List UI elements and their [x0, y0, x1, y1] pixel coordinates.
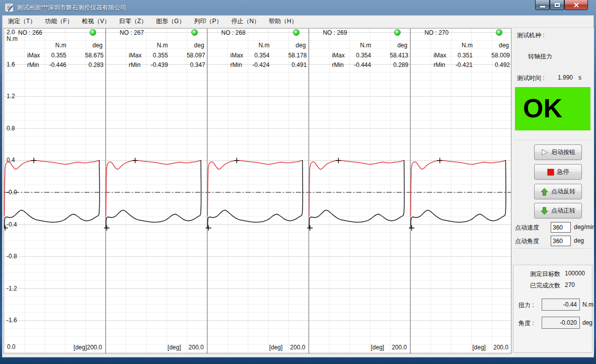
status-led	[394, 29, 401, 36]
imax-label: iMax	[231, 52, 243, 59]
rmin-nm-value: -0.421	[456, 61, 473, 68]
forward-torque-curve	[207, 160, 303, 216]
col-header-nm: N.m	[462, 42, 473, 49]
rmin-label: rMin	[27, 61, 39, 68]
menu-item-0[interactable]: 测定（T）	[4, 15, 40, 28]
imax-deg-value: 58.178	[288, 52, 307, 59]
rmin-nm-value: -0.439	[151, 61, 168, 68]
imax-marker	[234, 158, 240, 163]
y-tick: -0.4	[7, 221, 17, 229]
x-max-value: 200.0	[290, 344, 305, 351]
forward-torque-curve	[410, 160, 505, 216]
menu-item-3[interactable]: 归零（Z）	[115, 15, 152, 28]
rmin-label: rMin	[332, 61, 343, 68]
jog-reverse-button[interactable]: 点动反转	[534, 184, 582, 199]
col-header-nm: N.m	[258, 42, 269, 49]
imax-nm-value: 0.355	[153, 52, 168, 59]
angle-readout-label: 角度 :	[518, 319, 534, 328]
window-title: 测试画面***深圳市磐石测控仪器有限公司	[17, 4, 126, 12]
torque-curves-plot	[4, 29, 511, 354]
jog-speed-unit: deg/min	[574, 224, 594, 231]
start-button[interactable]: 启动按钮	[534, 144, 582, 160]
x-unit-label: [deg]	[269, 344, 283, 351]
x-max-label: [deg]200.0	[106, 343, 207, 351]
y-tick: 0.4	[7, 156, 15, 164]
forward-torque-curve	[106, 160, 201, 216]
reverse-torque-curve	[5, 160, 100, 228]
imax-marker	[31, 158, 37, 163]
menu-item-5[interactable]: 列印（P）	[189, 15, 227, 28]
imax-marker	[437, 158, 442, 163]
rmin-deg-value: 0.347	[190, 61, 205, 68]
emergency-stop-label: 急停	[557, 168, 569, 176]
x-unit-label: [deg]	[168, 344, 181, 351]
imax-deg-value: 58.675	[85, 52, 104, 59]
col-header-deg: deg	[295, 42, 306, 49]
reverse-torque-curve	[207, 160, 303, 228]
imax-label: iMax	[27, 52, 40, 59]
close-button[interactable]	[564, 0, 588, 10]
jog-angle-input[interactable]	[551, 236, 571, 246]
jog-forward-label: 点动正转	[551, 206, 575, 215]
x-max-value: 200.0	[189, 344, 204, 351]
panel-plot-0	[4, 158, 100, 231]
menu-item-6[interactable]: 停止（N）	[227, 15, 264, 28]
x-unit-label: [deg]	[370, 344, 384, 351]
imax-label: iMax	[129, 52, 141, 59]
col-header-deg: deg	[93, 42, 103, 49]
imax-label: iMax	[332, 52, 344, 59]
panel-header-4: NO : 270N.mdegiMax0.35158.009rMin-0.4210…	[410, 29, 511, 70]
chart-region: 2.01.61.20.80.4-0.0-0.4-0.8-1.2-1.6N.m N…	[4, 28, 511, 354]
minimize-icon	[540, 6, 545, 8]
rmin-marker	[409, 225, 414, 231]
menu-item-2[interactable]: 检视（V）	[78, 15, 115, 28]
y-tick: 0.8	[7, 124, 15, 132]
emergency-stop-button[interactable]: 急停	[534, 164, 582, 180]
reverse-torque-curve	[106, 160, 201, 228]
col-header-nm: N.m	[360, 42, 371, 49]
y-tick: -0.8	[7, 252, 17, 260]
col-header-nm: N.m	[55, 42, 66, 49]
x-max-label: [deg]200.0	[410, 343, 511, 351]
rmin-label: rMin	[231, 61, 242, 68]
jog-forward-button[interactable]: 点动正转	[534, 203, 582, 219]
panel-header-0: NO : 266N.mdegiMax0.35558.675rMin-0.4460…	[4, 29, 106, 70]
maximize-button[interactable]	[550, 0, 564, 10]
rmin-deg-value: 0.491	[291, 61, 307, 68]
imax-marker	[132, 158, 138, 163]
imax-label: iMax	[433, 52, 446, 59]
torque-readout-unit: N.m	[582, 301, 593, 308]
panel-no: NO : 270	[424, 29, 449, 36]
forward-torque-curve	[309, 160, 404, 216]
play-icon	[541, 149, 548, 156]
panel-no: NO : 269	[323, 29, 347, 36]
rmin-nm-value: -0.444	[354, 61, 371, 68]
x-max-value: 200.0	[87, 344, 102, 351]
arrow-down-icon	[541, 207, 548, 215]
x-max-value: 200.0	[392, 344, 407, 351]
panel-plot-1	[104, 158, 201, 231]
rmin-marker	[307, 225, 313, 231]
rmin-nm-value: -0.446	[49, 61, 66, 68]
app-icon	[5, 3, 14, 12]
torque-readout-value: -0.44	[542, 299, 580, 311]
status-led	[293, 29, 300, 36]
panel-no: NO : 266	[18, 29, 42, 36]
rmin-deg-value: 0.492	[495, 61, 510, 68]
jog-speed-input[interactable]	[551, 222, 571, 233]
minimize-button[interactable]	[535, 0, 550, 10]
menu-item-4[interactable]: 图形（G）	[152, 15, 189, 28]
panel-plot-3	[307, 158, 404, 231]
menu-item-1[interactable]: 功能（F）	[40, 15, 77, 28]
menu-item-7[interactable]: 帮助（H）	[264, 15, 302, 28]
group-divider	[514, 140, 590, 141]
status-ok-indicator: OK	[515, 87, 590, 130]
rmin-deg-value: 0.283	[89, 61, 104, 68]
start-button-label: 启动按钮	[551, 148, 575, 157]
imax-nm-value: 0.351	[458, 52, 473, 59]
jog-angle-unit: deg	[574, 237, 584, 244]
client-area: 测定（T）功能（F）检视（V）归零（Z）图形（G）列印（P）停止（N）帮助（H）…	[2, 15, 594, 357]
status-led	[496, 29, 502, 36]
jog-angle-label: 点动角度	[515, 237, 539, 246]
titlebar: 测试画面***深圳市磐石测控仪器有限公司	[0, 0, 596, 15]
